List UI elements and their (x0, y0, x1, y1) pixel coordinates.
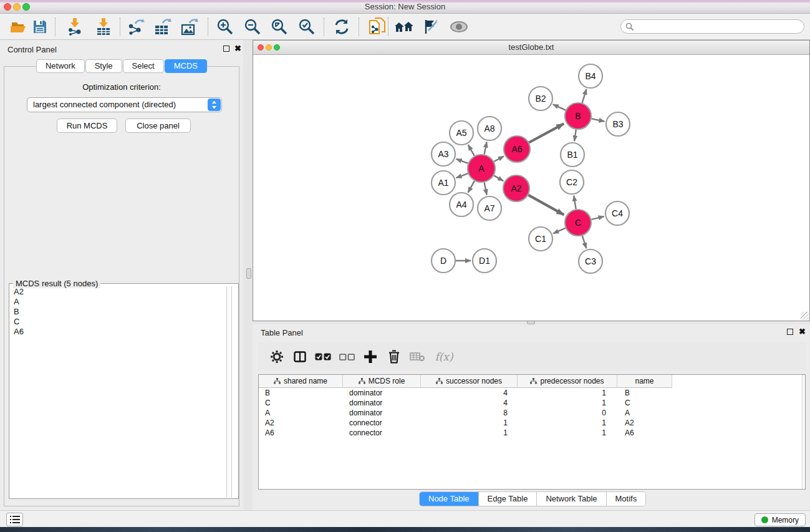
result-item[interactable]: B (10, 307, 232, 317)
column-header-predecessor-nodes[interactable]: predecessor nodes (518, 375, 617, 388)
show-hide-eye-icon[interactable] (448, 17, 470, 37)
close-network-button[interactable] (258, 44, 264, 51)
graph-edge-C-C1[interactable] (553, 228, 566, 234)
result-item[interactable]: A6 (10, 327, 232, 337)
graph-edge-C-C2[interactable] (574, 196, 576, 210)
result-item[interactable]: C (10, 317, 232, 327)
toolbar-separator (388, 17, 388, 36)
minimize-network-button[interactable] (266, 44, 272, 51)
refresh-icon[interactable] (331, 17, 352, 37)
export-table-icon[interactable] (152, 17, 173, 37)
fx-label: f(x) (435, 351, 453, 363)
annotation-icon[interactable] (420, 17, 441, 37)
graph-edge-B-B1[interactable] (574, 130, 576, 141)
function-builder-button[interactable]: f(x) (430, 347, 458, 367)
tab-select[interactable]: Select (123, 59, 164, 73)
column-header-name[interactable]: name (617, 375, 672, 388)
table-row[interactable]: Cdominator41C (259, 398, 805, 408)
add-column-icon[interactable] (360, 347, 380, 367)
column-header-shared-name[interactable]: shared name (259, 375, 343, 388)
task-history-button[interactable] (6, 513, 23, 526)
graph-edge-A-A2[interactable] (494, 175, 503, 181)
graph-edge-A6-B[interactable] (529, 123, 564, 142)
graph-edge-A-A6[interactable] (494, 157, 504, 162)
graph-edge-A-A8[interactable] (485, 142, 487, 155)
zoom-selected-icon[interactable] (296, 17, 317, 37)
select-all-checks-icon[interactable] (313, 347, 333, 367)
graph-edge-B-B2[interactable] (553, 104, 566, 110)
export-image-icon[interactable] (179, 17, 200, 37)
graph-edge-A-A3[interactable] (456, 159, 468, 163)
dropdown-stepper-icon (208, 99, 221, 111)
graph-edge-A-A5[interactable] (468, 145, 475, 156)
toolbar-separator (120, 17, 120, 36)
zoom-in-icon[interactable] (215, 17, 236, 37)
table-row[interactable]: Bdominator41B (259, 388, 805, 398)
table-cell: A6 (617, 428, 672, 438)
graph-edge-A-A7[interactable] (485, 183, 487, 195)
table-cell: A6 (259, 428, 343, 438)
table-row[interactable]: A2connector11A2 (259, 418, 805, 428)
run-mcds-button[interactable]: Run MCDS (57, 118, 117, 133)
tab-style[interactable]: Style (85, 59, 122, 73)
graph-edge-A2-C[interactable] (528, 195, 564, 215)
zoom-fit-icon[interactable] (269, 17, 290, 37)
open-file-icon[interactable] (8, 17, 29, 37)
deselect-all-checks-icon[interactable] (337, 347, 357, 367)
first-neighbors-icon[interactable] (393, 17, 415, 37)
table-row[interactable]: Adominator80A (259, 408, 805, 418)
close-panel-icon[interactable]: ✖ (234, 46, 241, 52)
tab-network[interactable]: Network (36, 59, 85, 73)
app-title: Session: New Session (0, 0, 810, 13)
tab-network-table[interactable]: Network Table (537, 492, 606, 506)
network-graph-canvas[interactable]: AA1A2A3A4A5A6A7A8BB1B2B3B4CC1C2C3C4DD1 (253, 55, 809, 321)
table-row[interactable]: A6connector11A6 (259, 428, 805, 438)
table-options-gear-icon[interactable] (267, 347, 287, 367)
tab-mcds[interactable]: MCDS (165, 59, 207, 73)
close-table-panel-icon[interactable]: ✖ (799, 329, 806, 335)
close-window-button[interactable] (4, 3, 11, 11)
attribute-icon (359, 378, 365, 384)
graph-edge-B-B3[interactable] (592, 118, 605, 121)
criterion-dropdown[interactable]: largest connected component (directed) (27, 97, 222, 112)
minimize-window-button[interactable] (13, 3, 21, 11)
maximize-window-button[interactable] (22, 3, 30, 11)
column-header-mcds-role[interactable]: MCDS role (343, 375, 421, 388)
graph-edge-C-C3[interactable] (582, 236, 586, 248)
graph-node-label-A4: A4 (456, 200, 466, 210)
window-resize-grip[interactable] (801, 312, 809, 320)
save-session-icon[interactable] (29, 17, 51, 37)
result-item[interactable]: A2 (10, 287, 232, 297)
zoom-out-icon[interactable] (242, 17, 263, 37)
memory-button[interactable]: Memory (755, 513, 806, 526)
graph-node-label-C4: C4 (612, 208, 623, 218)
column-header-successor-nodes[interactable]: successor nodes (421, 375, 518, 388)
import-table-icon[interactable] (93, 17, 114, 37)
graph-edge-A-A4[interactable] (468, 181, 475, 193)
network-from-selection-icon[interactable] (367, 17, 388, 37)
graph-edge-B-B4[interactable] (582, 89, 587, 103)
export-network-icon[interactable] (125, 17, 147, 37)
search-input[interactable] (634, 21, 804, 32)
delete-table-icon[interactable] (407, 347, 427, 367)
graph-edge-A-A1[interactable] (456, 173, 468, 178)
graph-edge-C-C4[interactable] (591, 216, 604, 220)
tab-motifs[interactable]: Motifs (607, 492, 646, 506)
mcds-result-group: MCDS result (5 nodes) A2ABCA6 (9, 283, 239, 499)
network-window-titlebar[interactable]: testGlobe.txt (253, 41, 809, 55)
float-panel-icon[interactable] (223, 46, 229, 52)
tab-edge-table[interactable]: Edge Table (479, 492, 538, 506)
result-item[interactable]: A (10, 297, 232, 307)
maximize-network-button[interactable] (274, 44, 280, 51)
table-scrollbar[interactable] (802, 375, 805, 489)
tab-node-table[interactable]: Node Table (420, 492, 479, 506)
delete-column-icon[interactable] (384, 347, 404, 367)
result-list-scrollbar[interactable] (226, 286, 232, 498)
vertical-splitter-handle[interactable] (246, 268, 251, 279)
control-panel-title: Control Panel (7, 45, 57, 54)
import-network-icon[interactable] (64, 17, 85, 37)
split-columns-icon[interactable] (290, 347, 310, 367)
float-table-panel-icon[interactable] (787, 329, 793, 335)
table-cell: B (617, 388, 672, 398)
close-panel-button[interactable]: Close panel (125, 118, 191, 133)
